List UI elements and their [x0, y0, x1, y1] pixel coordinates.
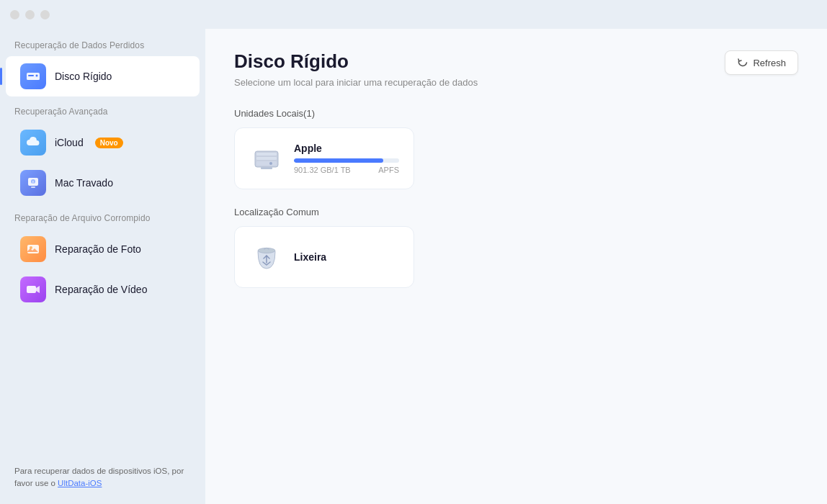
minimize-button[interactable]: [25, 10, 35, 19]
svg-rect-1: [28, 75, 34, 76]
sidebar-item-photo-label: Reparação de Foto: [55, 243, 141, 255]
svg-rect-8: [27, 245, 39, 253]
main-header: Disco Rígido Selecione um local para ini…: [234, 50, 798, 88]
section-local-label: Unidades Locais(1): [234, 108, 798, 119]
svg-rect-17: [261, 167, 272, 169]
trash-card[interactable]: Lixeira: [234, 226, 414, 288]
maximize-button[interactable]: [40, 10, 50, 19]
sidebar-item-mac-label: Mac Travado: [55, 177, 113, 189]
svg-rect-14: [256, 157, 277, 160]
sidebar-footer: Para recuperar dados de dispositivos iOS…: [0, 465, 205, 490]
novo-badge: Novo: [95, 138, 123, 148]
drive-info-apple: Apple 901.32 GB/1 TB APFS: [294, 143, 399, 174]
icloud-icon: [20, 130, 46, 156]
sidebar: Recuperação de Dados Perdidos Disco Rígi…: [0, 29, 205, 504]
sidebar-section-advanced: Recuperação Avançada: [0, 107, 205, 122]
sidebar-item-hd[interactable]: Disco Rígido: [6, 56, 200, 96]
drives-row: Apple 901.32 GB/1 TB APFS: [234, 127, 798, 189]
refresh-button[interactable]: Refresh: [725, 50, 798, 75]
drive-card-inner: Apple 901.32 GB/1 TB APFS: [249, 141, 399, 176]
main-content: Disco Rígido Selecione um local para ini…: [205, 29, 827, 504]
svg-point-16: [269, 162, 272, 165]
video-icon: [20, 276, 46, 302]
drive-meta: 901.32 GB/1 TB APFS: [294, 166, 399, 174]
ultdata-link[interactable]: UltData-iOS: [58, 479, 102, 487]
sidebar-section-repair: Reparação de Arquivo Corrompido: [0, 213, 205, 229]
main-title: Disco Rígido: [234, 50, 478, 73]
main-title-group: Disco Rígido Selecione um local para ini…: [234, 50, 478, 88]
svg-point-9: [30, 246, 32, 249]
svg-point-19: [258, 248, 275, 253]
sidebar-item-icloud-label: iCloud: [55, 137, 84, 148]
titlebar: [0, 0, 827, 29]
drive-bar-fill: [294, 158, 383, 163]
svg-rect-3: [27, 78, 40, 80]
sidebar-item-mac[interactable]: ! Mac Travado: [6, 163, 200, 203]
refresh-label: Refresh: [753, 58, 786, 68]
drive-name-apple: Apple: [294, 143, 399, 154]
sidebar-item-hd-label: Disco Rígido: [55, 71, 112, 82]
trash-icon: [249, 240, 284, 274]
trash-name: Lixeira: [294, 251, 326, 263]
svg-rect-10: [27, 286, 36, 293]
common-row: Lixeira: [234, 226, 798, 288]
photo-icon: [20, 236, 46, 262]
svg-text:!: !: [32, 180, 34, 185]
sidebar-item-photo[interactable]: Reparação de Foto: [6, 229, 200, 269]
hd-icon: [20, 63, 46, 89]
drive-bar-bg: [294, 158, 399, 163]
section-common-label: Localização Comum: [234, 207, 798, 217]
svg-point-2: [36, 75, 38, 77]
drive-fs: APFS: [378, 166, 399, 174]
sidebar-item-video-label: Reparação de Vídeo: [55, 284, 147, 295]
svg-rect-15: [256, 161, 277, 166]
drive-icon-apple: [249, 141, 284, 176]
mac-icon: !: [20, 170, 46, 196]
drive-card-apple[interactable]: Apple 901.32 GB/1 TB APFS: [234, 127, 414, 189]
refresh-icon: [737, 57, 748, 68]
svg-rect-13: [256, 153, 277, 156]
svg-rect-5: [31, 186, 35, 188]
close-button[interactable]: [10, 10, 19, 19]
drive-size: 901.32 GB/1 TB: [294, 166, 351, 174]
sidebar-item-icloud[interactable]: iCloud Novo: [6, 122, 200, 163]
sidebar-item-video[interactable]: Reparação de Vídeo: [6, 269, 200, 310]
sidebar-section-data-recovery: Recuperação de Dados Perdidos: [0, 40, 205, 56]
main-subtitle: Selecione um local para iniciar uma recu…: [234, 77, 478, 88]
